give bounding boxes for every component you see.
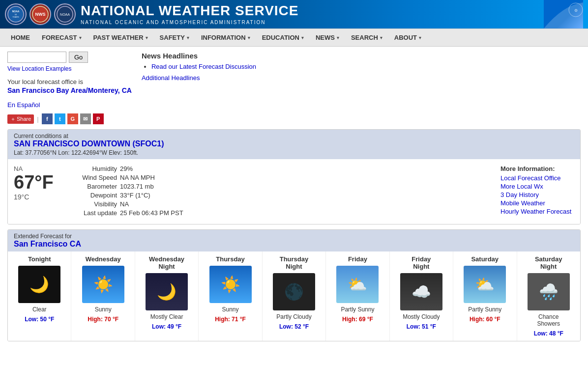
- forecast-section: Extended Forecast for San Francisco CA T…: [7, 229, 581, 341]
- forecast-img-4: 🌑: [273, 273, 315, 310]
- forecast-img-6: ☁️: [400, 273, 442, 310]
- nav-information[interactable]: INFORMATION ▾: [195, 29, 256, 46]
- share-label: Share: [17, 116, 31, 122]
- pinterest-icon[interactable]: P: [93, 113, 104, 124]
- safety-arrow: ▾: [187, 35, 189, 40]
- office-label: Your local forecast office is: [7, 78, 132, 85]
- conditions-section: Current conditions at SAN FRANCISCO DOWN…: [7, 129, 581, 224]
- humidity-label: Humidity: [73, 165, 117, 172]
- station-link[interactable]: SAN FRANCISCO DOWNTOWN (SFOC1): [14, 139, 164, 148]
- more-info: More Information: Local Forecast Office …: [500, 165, 574, 218]
- page-header: NOAA 50 YEARS NWS NOAA NATIONAL WEATHER …: [0, 0, 588, 28]
- weather-details: Humidity 29% Wind Speed NA NA MPH Barome…: [73, 165, 491, 218]
- day-name-3: Thursday: [201, 255, 260, 263]
- nav-about[interactable]: ABOUT ▾: [388, 29, 427, 46]
- forecast-day-3: Thursday ☀️ Sunny High: 71 °F: [199, 251, 262, 341]
- forecast-day-7: Saturday ⛅ Partly Sunny High: 60 °F: [453, 251, 517, 341]
- 3day-history-link[interactable]: 3 Day History: [500, 191, 574, 198]
- forecast-desc-2: Mostly Clear: [137, 313, 196, 320]
- nav-past-weather[interactable]: PAST WEATHER ▾: [88, 29, 154, 46]
- news-arrow: ▾: [337, 35, 339, 40]
- forecast-arrow: ▾: [79, 35, 82, 40]
- main-nav: HOME FORECAST ▾ PAST WEATHER ▾ SAFETY ▾ …: [0, 28, 588, 47]
- go-button[interactable]: Go: [69, 52, 88, 63]
- espanol-link[interactable]: En Español: [7, 101, 132, 109]
- forecast-temp-0: Low: 50 °F: [10, 316, 69, 323]
- forecast-temp-3: High: 71 °F: [201, 316, 260, 323]
- lastupdate-value: 25 Feb 06:43 PM PST: [120, 209, 183, 217]
- divider: |: [37, 115, 38, 123]
- forecast-temp-4: Low: 52 °F: [265, 323, 323, 330]
- search-input[interactable]: [7, 52, 66, 63]
- past-weather-arrow: ▾: [146, 35, 148, 40]
- main-content: Go View Location Examples Your local for…: [0, 47, 588, 129]
- twitter-icon[interactable]: t: [55, 113, 65, 124]
- forecast-img-2: 🌙: [146, 273, 188, 310]
- news-links-list: Read our Latest Forecast Discussion: [151, 63, 581, 70]
- header-logos: NOAA 50 YEARS NWS NOAA: [5, 3, 76, 25]
- facebook-icon[interactable]: f: [42, 113, 53, 124]
- forecast-day-2: WednesdayNight 🌙 Mostly Clear Low: 49 °F: [135, 251, 199, 341]
- nav-news[interactable]: NEWS ▾: [310, 29, 345, 46]
- header-title: NATIONAL WEATHER SERVICE NATIONAL OCEANI…: [81, 3, 299, 25]
- wind-row: Wind Speed NA NA MPH: [73, 174, 491, 181]
- forecast-img-1: ☀️: [82, 266, 124, 303]
- temperature-column: NA 67°F 19°C: [14, 165, 63, 218]
- news-headlines: News Headlines Read our Latest Forecast …: [142, 52, 581, 82]
- conditions-header: Current conditions at SAN FRANCISCO DOWN…: [8, 130, 580, 159]
- day-name-0: Tonight: [10, 255, 69, 263]
- svg-text:⚙: ⚙: [574, 8, 578, 13]
- forecast-temp-8: Low: 48 °F: [519, 330, 578, 337]
- nav-home[interactable]: HOME: [5, 29, 36, 46]
- vis-label: Visibility: [73, 200, 117, 208]
- forecast-day-0: Tonight 🌙 Clear Low: 50 °F: [8, 251, 71, 341]
- temp-na: NA: [14, 165, 63, 172]
- googleplus-icon[interactable]: G: [67, 113, 78, 124]
- office-link[interactable]: San Francisco Bay Area/Monterey, CA: [7, 86, 132, 94]
- more-local-wx-link[interactable]: More Local Wx: [500, 183, 574, 190]
- humidity-row: Humidity 29%: [73, 165, 491, 172]
- forecast-header: Extended Forecast for San Francisco CA: [8, 230, 580, 251]
- nav-education[interactable]: EDUCATION ▾: [256, 29, 310, 46]
- forecast-day-1: Wednesday ☀️ Sunny High: 70 °F: [71, 251, 135, 341]
- svg-text:NOAA: NOAA: [12, 10, 20, 13]
- lon-label: Lon:: [58, 149, 71, 156]
- lat-label: Lat:: [14, 149, 25, 156]
- svg-text:YEARS: YEARS: [12, 16, 19, 18]
- nav-search[interactable]: SEARCH ▾: [345, 29, 388, 46]
- forecast-temp-2: Low: 49 °F: [137, 323, 196, 330]
- day-name-8: SaturdayNight: [519, 255, 578, 270]
- wind-label: Wind Speed: [73, 174, 117, 181]
- nav-forecast[interactable]: FORECAST ▾: [36, 29, 88, 46]
- header-decoration: ⚙: [544, 0, 583, 28]
- noaa-secondary-logo: NOAA: [54, 3, 76, 25]
- nav-safety[interactable]: SAFETY ▾: [154, 29, 195, 46]
- wind-value: NA NA MPH: [120, 174, 155, 181]
- elev-label: Elev:: [109, 149, 123, 156]
- about-arrow: ▾: [419, 35, 421, 40]
- forecast-img-0: 🌙: [18, 266, 60, 303]
- forecast-desc-6: Mostly Cloudy: [392, 313, 451, 320]
- local-forecast-office-link[interactable]: Local Forecast Office: [500, 174, 574, 182]
- forecast-img-3: ☀️: [209, 266, 252, 303]
- forecast-desc-4: Partly Cloudy: [265, 313, 323, 320]
- latest-forecast-link[interactable]: Read our Latest Forecast Discussion: [151, 63, 256, 70]
- baro-label: Barometer: [73, 183, 117, 190]
- share-button[interactable]: ＋ Share: [7, 114, 34, 124]
- day-name-6: FridayNight: [392, 255, 451, 270]
- additional-headlines-link[interactable]: Additional Headlines: [142, 74, 200, 82]
- hourly-forecast-link[interactable]: Hourly Weather Forecast: [500, 208, 574, 215]
- forecast-prefix: Extended Forecast for: [14, 233, 574, 240]
- share-bar: ＋ Share | f t G ✉ P: [7, 113, 132, 124]
- forecast-grid: Tonight 🌙 Clear Low: 50 °F Wednesday ☀️ …: [8, 251, 580, 341]
- forecast-desc-3: Sunny: [201, 306, 260, 313]
- day-name-5: Friday: [328, 255, 387, 263]
- email-icon[interactable]: ✉: [80, 113, 91, 124]
- news-column: News Headlines Read our Latest Forecast …: [142, 52, 581, 124]
- mobile-weather-link[interactable]: Mobile Weather: [500, 199, 574, 207]
- forecast-desc-1: Sunny: [73, 306, 132, 313]
- forecast-img-5: ⛅: [336, 266, 379, 303]
- forecast-day-4: ThursdayNight 🌑 Partly Cloudy Low: 52 °F: [263, 251, 326, 341]
- forecast-location-link[interactable]: San Francisco CA: [14, 240, 81, 248]
- view-location-link[interactable]: View Location Examples: [7, 65, 72, 72]
